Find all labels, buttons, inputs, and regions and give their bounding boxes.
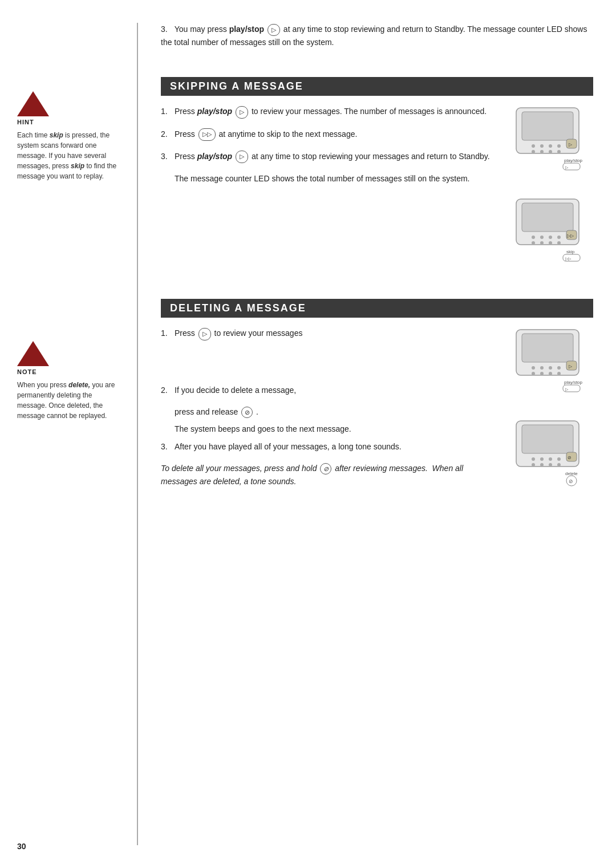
note-label: NOTE [17,368,120,375]
svg-point-32 [532,366,535,370]
svg-point-19 [549,236,552,239]
phone-illustration-delete: ⊘ delete ⊘ [499,418,590,498]
svg-point-47 [532,457,535,461]
svg-point-37 [540,372,544,375]
svg-point-21 [532,241,535,245]
skip-step-1-num: 1. [161,105,175,117]
skipping-header: SKIPPING A MESSAGE [161,77,593,96]
svg-point-35 [557,366,561,370]
skip-step-2: 2. Press ▷▷ at anytime to skip to the ne… [161,128,491,141]
svg-point-4 [549,144,552,148]
svg-point-33 [540,366,544,370]
svg-point-49 [549,457,552,461]
intro-paragraph: 3. You may press play/stop ▷ at any time… [161,23,593,48]
svg-point-24 [557,241,561,245]
skip-step-3-num: 3. [161,150,175,163]
skipping-illustrations: ▷ play/stop ▷ [496,105,593,276]
svg-rect-16 [522,203,573,232]
svg-text:▷: ▷ [569,364,573,369]
svg-point-5 [557,144,561,148]
vertical-divider [137,23,138,845]
deleting-illustrations: ▷ play/stop ▷ [496,327,593,498]
play-icon-del1: ▷ [198,328,211,340]
svg-text:play/stop: play/stop [564,158,583,163]
del-step-2-sub2: The system beeps and goes to the next me… [175,423,491,435]
svg-point-23 [549,241,552,245]
skip-step-1-content: Press play/stop ▷ to review your message… [175,105,491,118]
svg-point-52 [540,463,544,467]
svg-text:⊘: ⊘ [568,455,572,460]
svg-point-54 [557,463,561,467]
svg-point-53 [549,463,552,467]
svg-point-2 [532,144,535,148]
svg-point-6 [532,150,535,153]
skipping-steps: 1. Press play/stop ▷ to review your mess… [161,105,491,185]
skipping-content-row: 1. Press play/stop ▷ to review your mess… [161,105,593,276]
svg-text:⊘: ⊘ [569,478,573,484]
del-step-3-num: 3. [161,440,175,453]
svg-point-38 [549,372,552,375]
svg-text:▷: ▷ [565,387,569,391]
play-stop-icon-s3: ▷ [236,151,248,163]
deleting-section: DELETING A MESSAGE 1. Press ▷ to review … [161,287,593,498]
play-stop-icon-intro: ▷ [268,24,280,36]
delete-circle-icon-note: ⊘ [320,463,331,474]
svg-point-39 [557,372,561,375]
skip-step-3: 3. Press play/stop ▷ at any time to stop… [161,150,491,163]
play-stop-icon-s1: ▷ [236,106,248,119]
svg-point-8 [549,150,552,153]
svg-point-9 [557,150,561,153]
note-triangle-icon [17,341,49,366]
svg-point-3 [540,144,544,148]
delete-circle-icon: ⊘ [241,407,253,418]
del-step-2-content: If you decide to delete a message, [175,384,491,396]
skip-step-3-content: Press play/stop ▷ at any time to stop re… [175,150,491,163]
svg-point-36 [532,372,535,375]
svg-point-20 [557,236,561,239]
svg-point-17 [532,236,535,239]
hint-text: Each time skip is pressed, the system sc… [17,130,120,181]
svg-rect-1 [522,112,573,140]
svg-point-7 [540,150,544,153]
del-step-2: 2. If you decide to delete a message, [161,384,491,396]
svg-rect-46 [522,425,573,453]
hint-label: HINT [17,119,120,125]
main-content: 3. You may press play/stop ▷ at any time… [144,23,616,845]
skip-step-2-content: Press ▷▷ at anytime to skip to the next … [175,128,491,141]
hint-triangle-icon [17,91,49,116]
deleting-content-row: 1. Press ▷ to review your messages 2. If… [161,327,593,498]
hint-box: HINT Each time skip is pressed, the syst… [17,91,120,181]
skip-step-2-num: 2. [161,128,175,140]
intro-num: 3. [161,23,172,35]
phone-illustration-playstop-2: ▷ play/stop ▷ [499,327,590,407]
svg-text:▷: ▷ [565,165,569,169]
skip-step-3-extra: The message counter LED shows the total … [175,172,491,185]
skip-forward-icon: ▷▷ [198,128,216,141]
skip-step-1: 1. Press play/stop ▷ to review your mess… [161,105,491,118]
svg-text:play/stop: play/stop [564,380,583,385]
del-step-2-num: 2. [161,384,175,396]
del-step-2-sub1: press and release ⊘ . [175,405,491,418]
note-box: NOTE When you press delete, you are perm… [17,341,120,421]
del-step-1-num: 1. [161,327,175,339]
page-number: 30 [17,842,26,851]
del-step-1-content: Press ▷ to review your messages [175,327,491,340]
del-spacer [161,350,491,384]
note-text: When you press delete, you are permanent… [17,380,120,421]
svg-point-22 [540,241,544,245]
del-step-1: 1. Press ▷ to review your messages [161,327,491,340]
del-step-3: 3. After you have played all of your mes… [161,440,491,453]
svg-point-51 [532,463,535,467]
svg-point-18 [540,236,544,239]
delete-note-italic: To delete all your messages, press and h… [161,462,491,488]
svg-text:▷: ▷ [569,142,573,147]
del-step-3-content: After you have played all of your messag… [175,440,491,453]
deleting-header: DELETING A MESSAGE [161,299,593,318]
skipping-section: SKIPPING A MESSAGE 1. Press play/stop ▷ … [161,66,593,276]
sidebar: HINT Each time skip is pressed, the syst… [0,23,131,845]
svg-point-48 [540,457,544,461]
svg-text:▷▷: ▷▷ [567,233,574,238]
svg-point-50 [557,457,561,461]
svg-point-34 [549,366,552,370]
phone-illustration-playstop-1: ▷ play/stop ▷ [499,105,590,185]
